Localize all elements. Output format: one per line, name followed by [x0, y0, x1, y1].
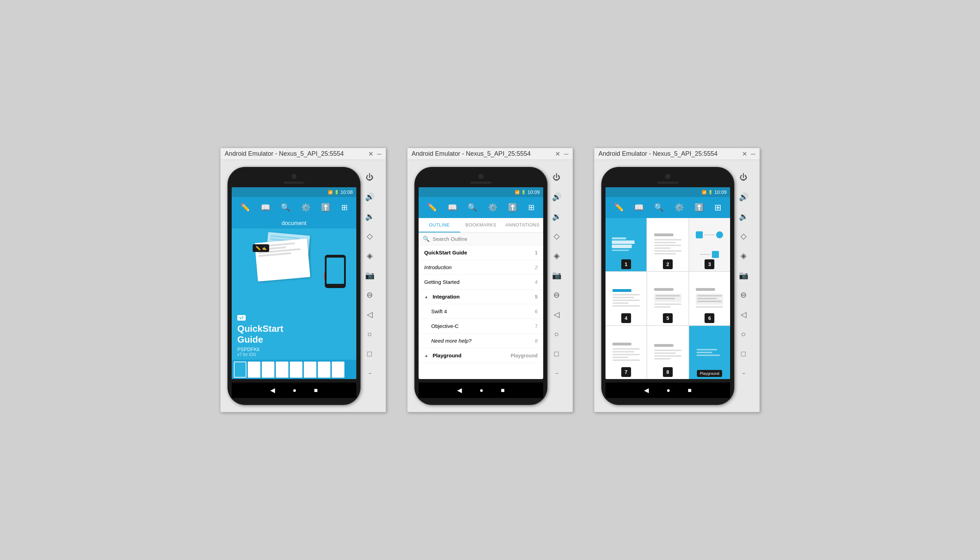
- grid-page-7[interactable]: 7: [605, 326, 647, 379]
- home-btn-1[interactable]: ○: [363, 327, 377, 341]
- book-icon-3[interactable]: 📖: [634, 203, 643, 212]
- settings-icon[interactable]: ⚙️: [301, 203, 310, 212]
- minimize-button-3[interactable]: ─: [751, 151, 755, 157]
- power-btn-3[interactable]: ⏻: [737, 170, 750, 185]
- grid-page-2[interactable]: 2: [647, 218, 688, 271]
- close-button-3[interactable]: ✕: [742, 151, 747, 157]
- nav-recent-2[interactable]: ■: [501, 387, 505, 394]
- settings-icon-2[interactable]: ⚙️: [488, 203, 497, 212]
- vol-down-btn-3[interactable]: 🔉: [737, 210, 750, 223]
- rotate-btn-2[interactable]: ◇: [550, 229, 563, 243]
- grid-page-3[interactable]: 3: [689, 218, 730, 271]
- grid-page-1[interactable]: 1: [605, 218, 647, 271]
- zoom-btn-3[interactable]: ⊖: [737, 288, 750, 302]
- share-icon[interactable]: ⬆️: [321, 203, 330, 212]
- book-icon[interactable]: 📖: [261, 203, 270, 212]
- power-btn-1[interactable]: ⏻: [363, 170, 377, 185]
- edit-icon-2[interactable]: ✏️: [427, 203, 437, 212]
- close-button-1[interactable]: ✕: [368, 151, 373, 157]
- square-btn-3[interactable]: □: [737, 347, 750, 361]
- power-btn-2[interactable]: ⏻: [550, 170, 563, 185]
- outline-search-bar[interactable]: 🔍: [418, 233, 543, 245]
- camera-btn-2[interactable]: 📷: [550, 268, 563, 282]
- thumb-3[interactable]: [262, 362, 274, 378]
- rotate2-btn-3[interactable]: ◈: [737, 249, 750, 263]
- outline-item-help[interactable]: Need more help? 8: [418, 333, 543, 348]
- outline-item-integration[interactable]: ▲ Integration 5: [418, 290, 543, 304]
- rotate-btn-1[interactable]: ◇: [363, 229, 377, 243]
- back-btn-3[interactable]: ◁: [737, 308, 750, 322]
- settings-icon-3[interactable]: ⚙️: [675, 203, 684, 212]
- zoom-btn-2[interactable]: ⊖: [550, 288, 563, 302]
- grid-page-9[interactable]: Playground: [689, 326, 730, 379]
- grid-icon[interactable]: ⊞: [341, 203, 348, 212]
- grid-page-4[interactable]: 4: [605, 272, 647, 325]
- phone-speaker-3: [657, 182, 678, 184]
- rotate2-btn-1[interactable]: ◈: [363, 249, 377, 263]
- grid-page-6[interactable]: 6: [689, 272, 730, 325]
- doc-title-bar-text: document: [282, 220, 306, 226]
- nav-back-3[interactable]: ◀: [644, 387, 649, 394]
- square-btn-1[interactable]: □: [363, 347, 377, 361]
- nav-home-3[interactable]: ●: [667, 387, 670, 394]
- nav-back-1[interactable]: ◀: [270, 387, 275, 394]
- outline-item-playground[interactable]: ▲ Playground Playground: [418, 348, 543, 363]
- grid-page-8[interactable]: 8: [647, 326, 688, 379]
- camera-btn-1[interactable]: 📷: [363, 268, 377, 282]
- vol-up-btn-2[interactable]: 🔊: [550, 190, 563, 204]
- doc-content[interactable]: ✏️ ✍️ ✕ v7 QuickStartGuide: [232, 228, 356, 360]
- more-btn-1[interactable]: ···: [363, 367, 377, 380]
- more-btn-2[interactable]: ···: [550, 367, 563, 380]
- thumb-5[interactable]: [290, 362, 302, 378]
- thumb-2[interactable]: [248, 362, 260, 378]
- vol-down-btn-2[interactable]: 🔉: [550, 210, 563, 223]
- thumb-6[interactable]: [304, 362, 317, 378]
- vol-up-btn-1[interactable]: 🔊: [363, 190, 377, 204]
- outline-item-objc[interactable]: Objective-C 7: [418, 319, 543, 333]
- grid-icon-3[interactable]: ⊞: [714, 203, 722, 212]
- search-icon[interactable]: 🔍: [281, 203, 290, 212]
- thumbnail-strip[interactable]: [232, 360, 356, 379]
- minimize-button-1[interactable]: ─: [377, 151, 382, 157]
- vol-down-btn-1[interactable]: 🔉: [363, 210, 377, 223]
- edit-icon[interactable]: ✏️: [240, 203, 250, 212]
- share-icon-3[interactable]: ⬆️: [694, 203, 704, 212]
- tab-annotations[interactable]: ANNOTATIONS: [502, 218, 543, 232]
- grid-page-5[interactable]: 5: [647, 272, 688, 325]
- zoom-btn-1[interactable]: ⊖: [363, 288, 377, 302]
- outline-item-quickstart[interactable]: QuickStart Guide 1: [418, 245, 543, 260]
- outline-item-getting-started[interactable]: Getting Started 4: [418, 275, 543, 290]
- thumb-8[interactable]: [332, 362, 344, 378]
- nav-recent-1[interactable]: ■: [314, 387, 318, 394]
- thumb-4[interactable]: [276, 362, 288, 378]
- close-button-2[interactable]: ✕: [555, 151, 560, 157]
- rotate2-btn-2[interactable]: ◈: [550, 249, 563, 263]
- outline-search-input[interactable]: [433, 236, 539, 242]
- tab-outline[interactable]: OUTLINE: [418, 218, 460, 232]
- search-icon-2[interactable]: 🔍: [468, 203, 477, 212]
- vol-up-btn-3[interactable]: 🔊: [737, 190, 750, 204]
- minimize-button-2[interactable]: ─: [564, 151, 568, 157]
- thumb-1[interactable]: [234, 362, 247, 378]
- back-btn-1[interactable]: ◁: [363, 308, 377, 322]
- camera-btn-3[interactable]: 📷: [737, 268, 750, 282]
- more-btn-3[interactable]: ···: [737, 367, 750, 380]
- book-icon-2[interactable]: 📖: [448, 203, 457, 212]
- home-btn-2[interactable]: ○: [550, 327, 563, 341]
- outline-item-intro[interactable]: Introduction 2: [418, 260, 543, 275]
- thumb-7[interactable]: [318, 362, 330, 378]
- nav-back-2[interactable]: ◀: [457, 387, 462, 394]
- square-btn-2[interactable]: □: [550, 347, 563, 361]
- edit-icon-3[interactable]: ✏️: [614, 203, 624, 212]
- tab-bookmarks[interactable]: BOOKMARKS: [460, 218, 502, 232]
- home-btn-3[interactable]: ○: [737, 327, 750, 341]
- outline-item-swift[interactable]: Swift 4 6: [418, 304, 543, 319]
- nav-home-1[interactable]: ●: [293, 387, 297, 394]
- grid-icon-2[interactable]: ⊞: [528, 203, 535, 212]
- back-btn-2[interactable]: ◁: [550, 308, 563, 322]
- share-icon-2[interactable]: ⬆️: [508, 203, 517, 212]
- nav-home-2[interactable]: ●: [480, 387, 483, 394]
- search-icon-3[interactable]: 🔍: [654, 203, 663, 212]
- nav-recent-3[interactable]: ■: [688, 387, 692, 394]
- rotate-btn-3[interactable]: ◇: [737, 229, 750, 243]
